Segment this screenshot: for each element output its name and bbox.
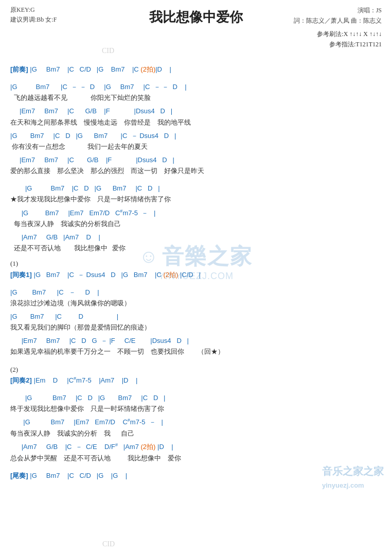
fc-b3-lyrics: 总会从梦中哭醒 还是不可否认地 我比想像中 爱你: [10, 453, 382, 463]
interlude2-label: [间奏2]: [10, 376, 32, 384]
interlude1-section: [间奏1] |G Bm7 |C － Dsus4 D |G Bm7 |C (2拍)…: [10, 270, 382, 280]
v1b1-chords: |G Bm7 |C － － D |G Bm7 |C － － D |: [10, 82, 382, 92]
verse1-block1: |G Bm7 |C － － D |G Bm7 |C － － D | 飞的越远越看…: [10, 82, 382, 103]
final-chorus-block2: |G Bm7 |Em7 Em7/D C#m7-5 － | 每当夜深人静 我诚实的…: [10, 417, 382, 439]
verse2-block3: |Em7 Bm7 |C D G － |F C/E |Dsus4 D | 如果遇见…: [10, 336, 382, 357]
v1b3-lyrics: 你有没有一点想念 我们一起去年的夏天: [10, 142, 382, 152]
c1b3-chords: |Am7 G/B |Am7 D |: [10, 232, 382, 243]
meta-right: 演唱：JS 詞：陈志义／萧人凤 曲：陈志义: [294, 5, 382, 26]
fc-b1-chords: |G Bm7 |C D |G Bm7 |C D |: [10, 393, 382, 403]
fc-b2-lyrics: 每当夜深人静 我诚实的分析 我 自己: [10, 428, 382, 439]
v1b2-lyrics: 在天和海之间那条界线 慢慢地走远 你曾经是 我的地平线: [10, 117, 382, 128]
interlude1-label: [间奏1]: [10, 271, 32, 279]
v1b1-lyrics: 飞的越远越看不见 你阳光下灿烂的笑脸: [10, 93, 382, 103]
outro-chords: [尾奏] |G Bm7 |C C/D |G |G |: [10, 471, 382, 481]
interlude2-section: [间奏2] |Em D |C#m7-5 |Am7 |D |: [10, 375, 382, 386]
verse2-block1: |G Bm7 |C － D | 浪花掠过沙滩边境（海风就像你的嗯吸）: [10, 287, 382, 308]
fc-b2-chords: |G Bm7 |Em7 Em7/D C#m7-5 － |: [10, 417, 382, 427]
interlude2-chords: [间奏2] |Em D |C#m7-5 |Am7 |D |: [10, 375, 382, 386]
v1b3-chords: |G Bm7 |C D |G Bm7 |C － Dsus4 D |: [10, 131, 382, 141]
v2b3-lyrics: 如果遇见幸福的机率要千万分之一 不顾一切 也要找回你 （回★）: [10, 347, 382, 357]
strum-pattern: 参考刷法:X ↑↓↑↓ X ↑↓↑↓: [317, 29, 382, 39]
verse1-block2: |Em7 Bm7 |C G/B |F |Dsus4 D | 在天和海之间那条界线…: [10, 106, 382, 127]
chorus1-block1: |G Bm7 |C D |G Bm7 |C D | ★我才发现我比想像中爱你 只…: [10, 183, 382, 204]
prelude-chords: [前奏] |G Bm7 |C C/D |G Bm7 |C (2拍)|D |: [10, 64, 382, 75]
chorus1-block2: |G Bm7 |Em7 Em7/D C#m7-5 － | 每当夜深人静 我诚实的…: [10, 208, 382, 230]
meta-left: 原KEY:G 建议男调:Bb 女:F: [10, 5, 57, 25]
c1b1-lyrics: ★我才发现我比想像中爱你 只是一时坏情绪伤害了你: [10, 194, 382, 204]
cid-bottom: CID: [102, 540, 115, 548]
singer-info: 演唱：JS: [294, 5, 382, 15]
verse1-block4: |Em7 Bm7 |C G/B |F |Dsus4 D | 爱的那么直接 那么坚…: [10, 155, 382, 176]
c1b2-chords: |G Bm7 |Em7 Em7/D C#m7-5 － |: [10, 208, 382, 218]
final-chorus-block1: |G Bm7 |C D |G Bm7 |C D | 终于发现我比想像中爱你 只是…: [10, 393, 382, 414]
v2b1-lyrics: 浪花掠过沙滩边境（海风就像你的嗯吸）: [10, 298, 382, 308]
interlude1-chords: [间奏1] |G Bm7 |C － Dsus4 D |G Bm7 |C (2拍)…: [10, 270, 382, 280]
v2b2-lyrics: 我又看见我们的脚印（那曾是爱情回忆的痕迹）: [10, 322, 382, 333]
verse1-block3: |G Bm7 |C D |G Bm7 |C － Dsus4 D | 你有没有一点…: [10, 131, 382, 152]
v2b2-chords: |G Bm7 |C D |: [10, 312, 382, 322]
v1b4-chords: |Em7 Bm7 |C G/B |F |Dsus4 D |: [10, 155, 382, 165]
prelude-section: [前奏] |G Bm7 |C C/D |G Bm7 |C (2拍)|D |: [10, 64, 382, 75]
credits-info: 詞：陈志义／萧人凤 曲：陈志义: [294, 15, 382, 26]
song-title: 我比想像中爱你: [149, 8, 243, 26]
outro-label: [尾奏]: [10, 472, 28, 479]
v2b3-chords: |Em7 Bm7 |C D G － |F C/E |Dsus4 D |: [10, 336, 382, 346]
strum-info: 参考刷法:X ↑↓↑↓ X ↑↓↑↓ 参考指法:T121T121: [317, 29, 382, 50]
v2b1-chords: |G Bm7 |C － D |: [10, 287, 382, 298]
c1b3-lyrics: 还是不可否认地 我比想像中 爱你: [10, 243, 382, 253]
marker-1: (1): [10, 258, 382, 269]
verse2-block2: |G Bm7 |C D | 我又看见我们的脚印（那曾是爱情回忆的痕迹）: [10, 312, 382, 333]
key-info: 原KEY:G: [10, 5, 57, 15]
final-chorus-block3: |Am7 G/B |C － C/E D/F# |Am7 (2拍) |D | 总会…: [10, 442, 382, 463]
prelude-label: [前奏]: [10, 65, 28, 73]
c1b2-lyrics: 每当夜深人静 我诚实的分析我自己: [10, 219, 382, 229]
c1b1-chords: |G Bm7 |C D |G Bm7 |C D |: [10, 183, 382, 194]
fc-b3-chords: |Am7 G/B |C － C/E D/F# |Am7 (2拍) |D |: [10, 442, 382, 452]
fc-b1-lyrics: 终于发现我比想像中爱你 只是一时坏情绪伤害了你: [10, 404, 382, 414]
chorus1-block3: |Am7 G/B |Am7 D | 还是不可否认地 我比想像中 爱你: [10, 232, 382, 253]
v1b2-chords: |Em7 Bm7 |C G/B |F |Dsus4 D |: [10, 106, 382, 116]
cid-top: CID: [102, 47, 114, 55]
main-content: [前奏] |G Bm7 |C C/D |G Bm7 |C (2拍)|D | |G…: [10, 64, 382, 481]
marker-2: (2): [10, 365, 382, 375]
finger-pattern: 参考指法:T121T121: [317, 39, 382, 49]
v1b4-lyrics: 爱的那么直接 那么坚决 那么的强烈 而这一切 好像只是昨天: [10, 166, 382, 176]
suggestion-info: 建议男调:Bb 女:F: [10, 15, 57, 25]
page: CID CID 原KEY:G 建议男调:Bb 女:F 演唱：JS 詞：陈志义／萧…: [0, 0, 392, 494]
outro-section: [尾奏] |G Bm7 |C C/D |G |G |: [10, 471, 382, 481]
